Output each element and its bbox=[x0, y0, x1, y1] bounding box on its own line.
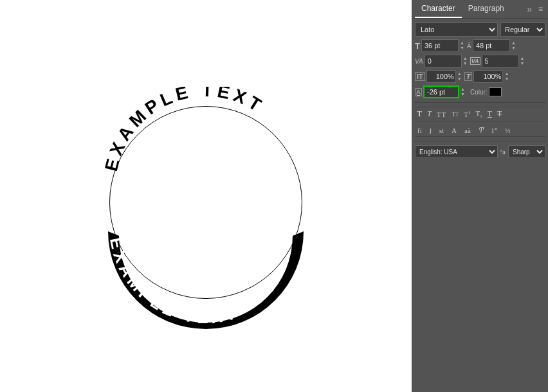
lang-row: English: USA ªa Sharp bbox=[415, 145, 545, 158]
tracking-label: VA bbox=[415, 58, 423, 65]
panel-tabs: Character Paragraph » ≡ bbox=[412, 0, 548, 19]
style-fraction[interactable]: ½ bbox=[502, 126, 513, 135]
kerning-arrows[interactable]: ▲▼ bbox=[520, 56, 525, 66]
kerning-field: VA ▲▼ bbox=[470, 55, 525, 67]
divider-1 bbox=[415, 102, 545, 103]
top-curved-text: EXAMPLE TEXT bbox=[96, 87, 315, 202]
style-contextual[interactable]: Ͳ bbox=[476, 125, 486, 135]
right-panel: Character Paragraph » ≡ Lato Regular T ▲… bbox=[412, 0, 548, 392]
kerning-input[interactable] bbox=[482, 55, 519, 67]
hscale-arrows[interactable]: ▲▼ bbox=[457, 71, 462, 82]
antialiasing-dropdown[interactable]: Sharp bbox=[508, 145, 545, 158]
vscale-field: T ▲▼ bbox=[464, 70, 509, 83]
color-field: Color: bbox=[470, 87, 502, 96]
font-size-field: T ▲▼ bbox=[415, 39, 464, 52]
style-superscript[interactable]: T1 bbox=[462, 109, 472, 119]
style-discretionary-lig[interactable]: aã bbox=[462, 126, 473, 135]
text-style-row-2: fi ȷ st A aã Ͳ 1st ½ bbox=[415, 124, 545, 137]
style-swash[interactable]: ȷ bbox=[427, 125, 434, 135]
scale-row: IT ▲▼ T ▲▼ bbox=[415, 70, 545, 83]
tracking-arrows[interactable]: ▲▼ bbox=[463, 56, 468, 66]
style-strikethrough[interactable]: T bbox=[495, 109, 504, 120]
kerning-label: VA bbox=[470, 57, 480, 65]
style-superscript2[interactable]: 1st bbox=[488, 125, 500, 135]
divider-2 bbox=[415, 141, 545, 141]
language-dropdown[interactable]: English: USA bbox=[415, 145, 498, 158]
aa-label: ªa bbox=[500, 148, 506, 156]
hscale-icon: IT bbox=[415, 72, 425, 81]
leading-input[interactable] bbox=[473, 39, 510, 52]
vscale-input[interactable] bbox=[473, 70, 503, 83]
style-italic[interactable]: T bbox=[425, 109, 434, 120]
size-row: T ▲▼ A̋ ▲▼ bbox=[415, 39, 545, 52]
canvas-area: EXAMPLE TEXT EXAMPLE TEXT bbox=[0, 0, 412, 392]
baseline-color-row: A̲ ▲▼ Color: bbox=[415, 85, 545, 98]
menu-icon[interactable]: ≡ bbox=[536, 2, 545, 16]
hscale-input[interactable] bbox=[426, 70, 456, 83]
tracking-field: VA ▲▼ bbox=[415, 55, 468, 67]
style-fi-ligature[interactable]: fi bbox=[415, 126, 425, 135]
leading-icon: A̋ bbox=[467, 42, 471, 49]
font-style-dropdown[interactable]: Regular bbox=[500, 22, 545, 37]
font-size-icon: T bbox=[415, 41, 420, 51]
svg-text:EXAMPLE TEXT: EXAMPLE TEXT bbox=[106, 236, 242, 327]
artwork: EXAMPLE TEXT EXAMPLE TEXT bbox=[103, 93, 309, 312]
text-style-row-1: T T TT TT T1 T1 T T bbox=[415, 107, 545, 121]
font-size-input[interactable] bbox=[421, 39, 459, 52]
baseline-arrows[interactable]: ▲▼ bbox=[461, 87, 465, 97]
tracking-input[interactable] bbox=[425, 55, 462, 67]
color-swatch[interactable] bbox=[489, 87, 502, 96]
style-underline[interactable]: T bbox=[486, 109, 494, 120]
baseline-field: A̲ ▲▼ bbox=[415, 85, 465, 98]
style-smallcaps[interactable]: TT bbox=[450, 110, 461, 118]
vscale-arrows[interactable]: ▲▼ bbox=[504, 71, 509, 82]
style-allcaps[interactable]: TT bbox=[435, 110, 448, 119]
bottom-curved-text: EXAMPLE TEXT bbox=[96, 215, 315, 331]
panel-content: Lato Regular T ▲▼ A̋ ▲▼ VA bbox=[412, 19, 548, 162]
baseline-input[interactable] bbox=[423, 85, 459, 98]
hscale-field: IT ▲▼ bbox=[415, 70, 462, 83]
more-icon[interactable]: » bbox=[523, 1, 536, 17]
leading-arrows[interactable]: ▲▼ bbox=[511, 40, 516, 51]
style-subscript[interactable]: T1 bbox=[473, 109, 484, 120]
font-size-arrows[interactable]: ▲▼ bbox=[460, 40, 464, 51]
font-size-right-field: A̋ ▲▼ bbox=[467, 39, 516, 52]
style-bold[interactable]: T bbox=[415, 109, 424, 120]
font-row: Lato Regular bbox=[415, 22, 545, 37]
style-st-ligature[interactable]: st bbox=[437, 126, 446, 135]
style-ordinal[interactable]: A bbox=[449, 126, 459, 135]
color-label: Color: bbox=[470, 89, 488, 96]
tracking-kerning-row: VA ▲▼ VA ▲▼ bbox=[415, 55, 545, 67]
tab-paragraph[interactable]: Paragraph bbox=[462, 0, 511, 18]
svg-text:EXAMPLE TEXT: EXAMPLE TEXT bbox=[101, 87, 268, 173]
font-family-dropdown[interactable]: Lato bbox=[415, 22, 498, 37]
baseline-icon: A̲ bbox=[415, 88, 422, 96]
vscale-icon: T bbox=[464, 72, 473, 81]
tab-character[interactable]: Character bbox=[415, 0, 462, 18]
